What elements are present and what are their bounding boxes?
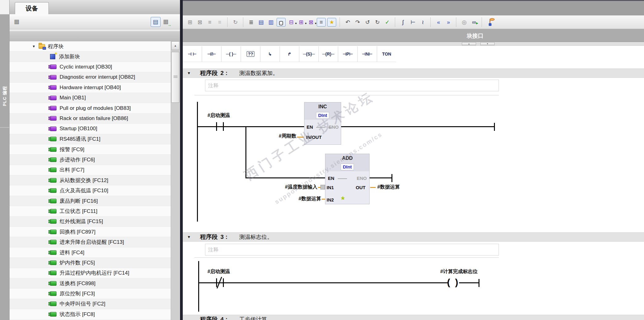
pin-en[interactable]: EN [328,176,334,181]
tree-item[interactable]: 状态指示 [FC8] [10,309,171,319]
absolute-operands-toggle-icon[interactable]: ≡ [317,18,326,27]
monitoring-glasses-icon[interactable]: ∞▶ [470,18,478,26]
next-error-icon[interactable]: ↷ [353,18,362,26]
collapse-all-networks-icon[interactable]: ▥ [267,18,275,26]
tree-scrollbar-thumb[interactable] [171,52,179,103]
tree-item[interactable]: Pull or plug of modules [OB83] [10,103,171,113]
tree-item[interactable]: 红外线测温 [FC15] [10,217,171,227]
previous-error-icon[interactable]: ↶ [344,18,352,26]
pin-eno[interactable]: ENO [328,124,339,130]
tree-folder-program-blocks[interactable]: ▼程序块 [10,41,171,52]
tree-item[interactable]: 从站数据交换 [FC12] [10,175,171,185]
block-interface-band[interactable]: 块接口 [183,29,644,42]
tab-devices[interactable]: 设备 [15,2,49,15]
tree-item[interactable]: Cyclic interrupt [OB30] [10,62,171,72]
pin-in2[interactable]: IN2 [327,197,334,202]
inout-operand[interactable]: #周期数 [266,133,296,139]
favorite-n-contact[interactable]: ⊣N⊢ [358,46,377,62]
filter-icon[interactable]: ▦ [12,17,21,26]
tree-item[interactable]: 废品判断 [FC16] [10,196,171,206]
no-contact[interactable] [216,122,217,131]
panel-splitter[interactable] [180,0,183,320]
favorite-no-contact[interactable]: ⊣ ⊢ [183,46,202,62]
collapse-arrow-icon[interactable]: ▼ [187,235,192,239]
contact-operand[interactable]: #启动测温 [207,112,230,119]
snapshot-icon[interactable] [486,18,494,26]
network-overview-icon[interactable]: ≣ [247,18,255,26]
tree-item[interactable]: 进料 [FC4] [10,247,171,258]
toggle-network-comments-icon[interactable]: ⋯ [277,18,286,27]
update-block-calls-icon[interactable]: ↺ [363,18,372,26]
insert-row-before-icon[interactable]: ≡ [206,18,214,26]
collapse-arrow-icon[interactable]: ▼ [32,44,36,48]
tree-item-add-new-block[interactable]: 添加新块 [10,52,171,62]
tree-item[interactable]: Startup [OB100] [10,124,171,134]
block-type-dropdown[interactable]: DInt [316,112,329,119]
assignment-list-icon[interactable]: ⊢ [409,18,417,26]
tree-scrollbar[interactable]: ▲ [171,41,180,320]
tree-item[interactable]: Main [OB1] [10,93,171,103]
interface-collapse-button[interactable]: ▼ [480,42,495,45]
tree-scroll-up-button[interactable]: ▲ [171,41,179,50]
inc-block[interactable]: INC DInt EN ENO IN/OUT [304,102,341,145]
open-in-editor-icon[interactable]: ▦→ [161,17,170,26]
synchronize-icon[interactable]: ↻ [373,18,382,26]
pin-out[interactable]: OUT [356,185,366,190]
no-contact[interactable] [223,122,224,131]
pin-en[interactable]: EN [307,124,313,130]
tree-item[interactable]: 步进动作 [FC6] [10,155,171,165]
tree-item[interactable]: 升温过程炉内电机运行 [FC14] [10,268,171,278]
nc-contact[interactable] [216,278,217,287]
favorite-p-contact[interactable]: ⊣P⊢ [338,46,357,62]
favorite-reset-coil[interactable]: ─(R)─ [319,46,338,62]
insert-operand-icon[interactable]: ⊞▾ [297,18,305,26]
tree-item[interactable]: 送换档 [FC898] [10,278,171,289]
insert-row-after-icon[interactable]: ≡ [215,18,224,26]
plc-programming-vertical-tab[interactable]: PLC 编程 [2,81,8,106]
coil[interactable]: ) [455,278,458,287]
out-operand[interactable]: #数据运算 [377,184,400,190]
favorite-ton-timer[interactable]: TON [377,46,396,62]
tree-item[interactable]: RS485通讯 [FC1] [10,134,171,144]
add-input-icon[interactable]: * [341,195,345,205]
call-structure-icon[interactable]: ∫ [399,18,407,26]
in1-operand[interactable]: #温度数据输入 [271,184,317,190]
network-3-comment[interactable]: 注释 [205,244,499,256]
add-block[interactable]: ADD DInt EN ENO IN1 OUT IN2 * [325,154,370,204]
coil-operand[interactable]: #计算完成标志位 [431,268,478,275]
nc-contact[interactable] [223,278,224,287]
tree-item[interactable]: 中央呼叫信号 [FC2] [10,299,171,309]
network-2-comment[interactable]: 注释 [205,80,499,91]
pin-eno[interactable]: ENO [357,176,367,181]
expand-statements-icon[interactable]: ≀ [419,18,427,26]
favorite-nc-contact[interactable]: ⊣/⊢ [202,46,221,62]
tree-item[interactable]: Diagnostic error interrupt [OB82] [10,72,171,82]
pin-inout[interactable]: IN/OUT [306,135,322,140]
tree-item[interactable]: 工位状态 [FC11] [10,206,171,216]
insert-box-icon[interactable]: ⊟▾ [287,18,295,26]
tree-item[interactable]: 点火及高低温 [FC10] [10,185,171,196]
favorite-close-branch[interactable]: ↱ [280,46,299,62]
favorites-toggle-icon[interactable]: ★ [327,18,336,27]
favorite-open-branch[interactable]: ↳ [261,46,279,62]
tree-item[interactable]: Rack or station failure [OB86] [10,114,171,124]
tree-item[interactable]: 报警 [FC9] [10,144,171,155]
delete-network-icon[interactable]: ⊠ [196,18,204,26]
network-description[interactable]: 测温标志位。 [239,233,273,241]
tree-item[interactable]: 回换档 [FC897] [10,227,171,237]
tree-item[interactable]: 出料 [FC7] [10,165,171,175]
compile-icon[interactable]: ✓ [383,18,391,26]
network-2-header[interactable]: ▼ 程序段 2 : 测温数据累加。 [183,69,644,78]
tree-item[interactable]: Hardware interrupt [OB40] [10,83,171,93]
find-replace-icon[interactable]: ◎ [460,18,468,26]
network-description[interactable]: 工步传计算 [239,316,267,320]
favorite-coil[interactable]: ─( )─ [222,46,240,62]
network-3-header[interactable]: ▼ 程序段 3 : 测温标志位。 [183,232,644,242]
tree-item[interactable]: 进来升降台启动提醒 [FC13] [10,237,171,247]
network-4-header[interactable]: 程序段 4 : 工步传计算 [183,315,644,320]
pin-in1[interactable]: IN1 [327,185,334,190]
favorite-empty-box[interactable]: ?? [241,46,260,62]
jump-to-previous-icon[interactable]: « [434,18,443,26]
open-branch-icon[interactable]: ⊠▾ [307,18,315,26]
jump-to-next-icon[interactable]: » [444,18,453,26]
